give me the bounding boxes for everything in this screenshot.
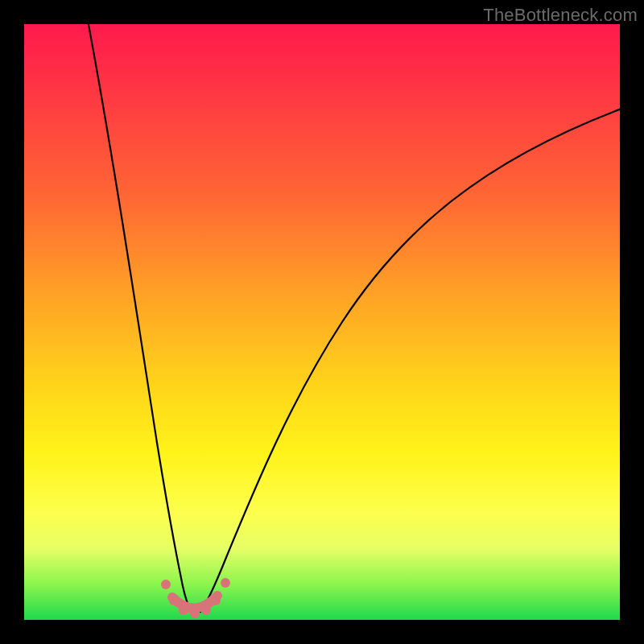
optimum-arc [172,596,217,609]
marker-dot [190,609,200,618]
curve-layer [24,24,620,620]
optimum-markers [161,578,230,618]
marker-dot [211,596,221,605]
marker-dot [169,596,179,605]
marker-dot [201,605,211,615]
marker-dot [161,580,171,589]
watermark-text: TheBottleneck.com [483,5,638,26]
curve-right-branch [200,109,620,612]
marker-dot [179,605,188,615]
plot-area [24,24,620,620]
curve-left-branch [87,24,192,612]
chart-frame: TheBottleneck.com [0,0,644,644]
marker-dot [221,578,230,588]
